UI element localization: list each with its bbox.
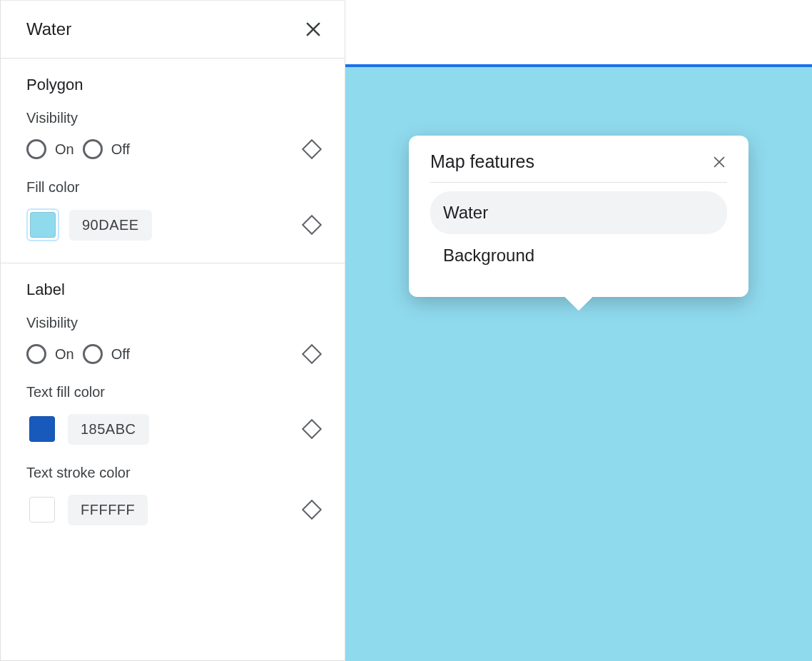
label-visibility-off[interactable]: Off — [83, 344, 130, 364]
radio-on-label: On — [55, 346, 74, 363]
polygon-visibility-radios: On Off — [26, 139, 130, 159]
close-icon[interactable] — [303, 19, 323, 39]
preview-map-area[interactable]: Map features Water Background — [345, 64, 812, 661]
diamond-icon[interactable] — [302, 215, 322, 235]
label-text-fill-row: 185ABC — [26, 413, 319, 445]
label-visibility-on[interactable]: On — [26, 344, 74, 364]
polygon-visibility-row: On Off — [26, 139, 319, 159]
label-text-fill-input[interactable]: 185ABC — [68, 414, 149, 445]
diamond-icon[interactable] — [302, 419, 322, 439]
radio-icon — [83, 139, 103, 159]
section-polygon: Polygon Visibility On Off Fill color — [1, 59, 345, 263]
label-text-stroke-picker: FFFFFF — [26, 494, 148, 525]
radio-on-label: On — [55, 141, 74, 158]
label-text-fill-label: Text fill color — [26, 384, 319, 400]
label-text-stroke-swatch-wrap[interactable] — [26, 494, 58, 525]
label-text-stroke-row: FFFFFF — [26, 494, 319, 525]
radio-icon — [26, 344, 46, 364]
label-visibility-label: Visibility — [26, 315, 319, 331]
color-swatch — [30, 212, 56, 238]
diamond-icon[interactable] — [302, 500, 322, 520]
popover-header: Map features — [430, 151, 727, 183]
sidebar-header: Water — [1, 1, 345, 59]
polygon-fill-color-label: Fill color — [26, 179, 319, 196]
diamond-icon[interactable] — [302, 139, 322, 159]
polygon-fill-color-swatch-wrap[interactable] — [26, 208, 59, 241]
label-visibility-radios: On Off — [26, 344, 130, 364]
popover-title: Map features — [430, 151, 534, 172]
label-visibility-row: On Off — [26, 344, 319, 364]
style-sidebar: Water Polygon Visibility On Off Fill col… — [0, 0, 345, 661]
popover-item-water[interactable]: Water — [430, 191, 727, 234]
map-preview: Map features Water Background — [345, 0, 812, 661]
radio-off-label: Off — [111, 141, 130, 158]
radio-off-label: Off — [111, 346, 130, 363]
polygon-fill-color-picker: 90DAEE — [26, 208, 152, 241]
popover-item-background[interactable]: Background — [430, 234, 727, 277]
radio-icon — [83, 344, 103, 364]
section-label-title: Label — [26, 281, 319, 299]
diamond-icon[interactable] — [302, 344, 322, 364]
label-text-fill-picker: 185ABC — [26, 413, 149, 445]
section-label: Label Visibility On Off Text fill color — [1, 263, 345, 547]
section-polygon-title: Polygon — [26, 76, 319, 94]
preview-top-bar — [345, 0, 812, 64]
polygon-visibility-off[interactable]: Off — [83, 139, 130, 159]
color-swatch — [29, 497, 55, 523]
label-text-stroke-label: Text stroke color — [26, 465, 319, 481]
close-icon[interactable] — [711, 154, 727, 170]
radio-icon — [26, 139, 46, 159]
color-swatch — [29, 416, 55, 442]
polygon-visibility-label: Visibility — [26, 110, 319, 126]
polygon-fill-color-input[interactable]: 90DAEE — [69, 210, 152, 241]
polygon-fill-color-row: 90DAEE — [26, 208, 319, 241]
polygon-visibility-on[interactable]: On — [26, 139, 74, 159]
map-features-popover: Map features Water Background — [409, 136, 748, 297]
label-text-fill-swatch-wrap[interactable] — [26, 413, 58, 445]
sidebar-title: Water — [26, 19, 71, 39]
label-text-stroke-input[interactable]: FFFFFF — [68, 495, 148, 525]
